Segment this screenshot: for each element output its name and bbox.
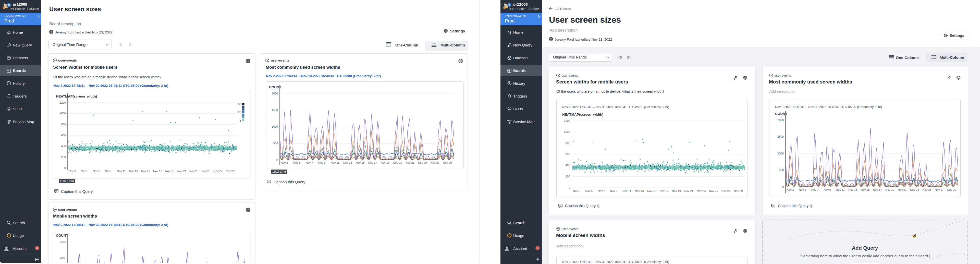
svg-text:Nov 21: Nov 21 — [393, 161, 402, 164]
svg-text:Nov 5: Nov 5 — [585, 189, 593, 192]
svg-text:Nov 29: Nov 29 — [947, 188, 956, 191]
svg-text:Nov 25: Nov 25 — [709, 189, 718, 192]
svg-text:Nov 25: Nov 25 — [418, 161, 427, 164]
svg-text:400: 400 — [61, 145, 66, 148]
svg-text:Nov 5: Nov 5 — [799, 188, 806, 191]
svg-text:Nov 19: Nov 19 — [672, 189, 681, 192]
svg-text:Nov 3: Nov 3 — [281, 161, 288, 164]
svg-text:D: D — [8, 4, 10, 6]
svg-text:Nov 23: Nov 23 — [697, 189, 706, 192]
svg-text:200: 200 — [61, 156, 66, 159]
svg-text:Nov 23: Nov 23 — [910, 188, 919, 191]
svg-text:Nov 19: Nov 19 — [885, 188, 894, 191]
svg-text:800: 800 — [566, 142, 570, 145]
svg-text:50: 50 — [238, 103, 241, 106]
svg-text:1200: 1200 — [60, 101, 66, 104]
svg-text:1000: 1000 — [60, 112, 66, 115]
svg-text:Nov 3: Nov 3 — [573, 189, 580, 192]
svg-text:Nov 3: Nov 3 — [787, 188, 794, 191]
svg-text:0: 0 — [277, 159, 278, 162]
svg-text:0: 0 — [569, 186, 570, 189]
svg-text:Nov 29: Nov 29 — [226, 170, 234, 173]
svg-text:Nov 27: Nov 27 — [721, 189, 730, 192]
svg-text:2000: 2000 — [272, 92, 278, 95]
svg-text:Nov 9: Nov 9 — [610, 189, 617, 192]
svg-text:Nov 7: Nov 7 — [306, 161, 313, 164]
svg-text:Nov 21: Nov 21 — [177, 170, 186, 173]
svg-text:Nov 23: Nov 23 — [189, 170, 198, 173]
svg-text:Nov 23: Nov 23 — [406, 161, 414, 164]
svg-text:Nov 15: Nov 15 — [141, 170, 150, 173]
svg-text:Nov 13: Nov 13 — [635, 189, 644, 192]
svg-text:1000: 1000 — [272, 125, 278, 128]
svg-text:Nov 11: Nov 11 — [331, 161, 339, 164]
svg-text:2000: 2000 — [778, 118, 784, 121]
svg-text:800: 800 — [61, 123, 66, 126]
svg-text:Nov 15: Nov 15 — [647, 189, 656, 192]
svg-text:Nov 15: Nov 15 — [861, 188, 870, 191]
svg-text:Nov 5: Nov 5 — [293, 161, 301, 164]
svg-text:200: 200 — [566, 175, 570, 178]
svg-text:Nov 21: Nov 21 — [684, 189, 694, 192]
svg-text:400: 400 — [566, 164, 570, 167]
svg-text:Nov 11: Nov 11 — [622, 189, 631, 192]
svg-text:250k: 250k — [60, 240, 66, 243]
svg-text:Nov 17: Nov 17 — [153, 170, 162, 173]
svg-text:Nov 25: Nov 25 — [201, 170, 210, 173]
svg-text:0: 0 — [782, 185, 784, 188]
svg-text:500: 500 — [779, 169, 784, 172]
svg-text:Nov 13: Nov 13 — [343, 161, 352, 164]
svg-text:Nov 27: Nov 27 — [431, 161, 439, 164]
svg-text:1500: 1500 — [272, 108, 278, 111]
svg-text:Nov 5: Nov 5 — [81, 170, 88, 173]
svg-text:25: 25 — [238, 111, 241, 114]
svg-text:600: 600 — [566, 153, 570, 156]
svg-text:1200: 1200 — [564, 119, 570, 122]
svg-text:Nov 25: Nov 25 — [922, 188, 931, 191]
svg-text:Nov 3: Nov 3 — [68, 170, 76, 173]
svg-text:Nov 7: Nov 7 — [93, 170, 100, 173]
svg-text:1000: 1000 — [778, 152, 784, 155]
svg-text:Nov 27: Nov 27 — [213, 170, 223, 173]
svg-text:1: 1 — [240, 119, 241, 122]
svg-text:Nov 29: Nov 29 — [443, 161, 452, 164]
svg-text:Nov 17: Nov 17 — [368, 161, 377, 164]
svg-text:Nov 11: Nov 11 — [836, 188, 845, 191]
svg-text:Nov 17: Nov 17 — [873, 188, 882, 191]
svg-text:Nov 7: Nov 7 — [811, 188, 819, 191]
svg-text:Nov 9: Nov 9 — [824, 188, 831, 191]
svg-text:1000: 1000 — [564, 130, 570, 133]
svg-text:200k: 200k — [60, 257, 66, 260]
svg-text:Nov 13: Nov 13 — [848, 188, 857, 191]
svg-text:D: D — [509, 4, 511, 6]
svg-text:Nov 29: Nov 29 — [734, 189, 743, 192]
svg-text:0: 0 — [64, 167, 66, 170]
svg-text:Nov 9: Nov 9 — [318, 161, 326, 164]
svg-text:Nov 27: Nov 27 — [935, 188, 944, 191]
svg-text:500: 500 — [273, 142, 278, 145]
svg-text:Nov 17: Nov 17 — [660, 189, 669, 192]
svg-text:Nov 19: Nov 19 — [165, 170, 174, 173]
svg-text:Nov 7: Nov 7 — [598, 189, 605, 192]
svg-text:Nov 15: Nov 15 — [355, 161, 364, 164]
svg-text:Nov 19: Nov 19 — [380, 161, 390, 164]
svg-text:600: 600 — [61, 134, 66, 137]
svg-text:Nov 13: Nov 13 — [129, 170, 138, 173]
svg-text:1500: 1500 — [778, 135, 784, 138]
svg-text:Nov 21: Nov 21 — [898, 188, 907, 191]
svg-text:Nov 11: Nov 11 — [117, 170, 126, 173]
svg-text:Nov 9: Nov 9 — [105, 170, 112, 173]
